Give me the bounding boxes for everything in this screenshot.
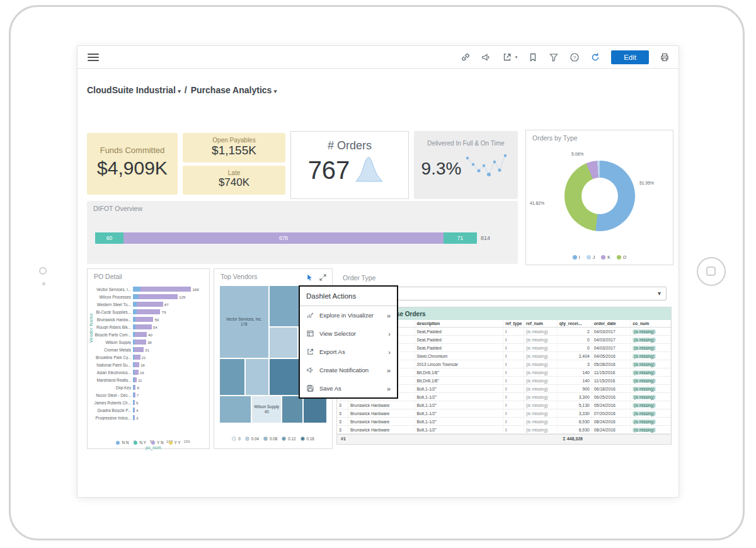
- po-bar-row[interactable]: Marshland Realty...11: [94, 376, 207, 384]
- pointer-cursor-icon[interactable]: [306, 273, 314, 284]
- chevron-down-icon: ▾: [176, 88, 181, 94]
- x-axis-label: po_num: [146, 445, 161, 450]
- bookmark-icon[interactable]: [528, 52, 538, 62]
- table-cell: I: [503, 385, 524, 393]
- treemap-block[interactable]: [219, 358, 245, 396]
- table-cell: (is missing): [524, 368, 558, 377]
- table-cell: (is missing): [631, 377, 671, 385]
- treemap-block[interactable]: Vector Services, Inc.178: [219, 285, 269, 358]
- po-bar-row[interactable]: Bicycle Parts Com...40: [94, 331, 207, 338]
- table-cell: I: [503, 344, 524, 352]
- breadcrumb-page[interactable]: Purchase Analytics ▾: [191, 85, 277, 95]
- card-title: Orders by Type: [532, 134, 578, 142]
- edit-button[interactable]: Edit: [611, 50, 649, 64]
- menu-item-label: Create Notification: [319, 367, 382, 374]
- treemap-block[interactable]: [282, 396, 303, 423]
- chevron-right-icon: »: [387, 367, 391, 374]
- table-cell: (is missing): [631, 426, 671, 434]
- breadcrumb-site[interactable]: CloudSuite Industrial ▾: [87, 85, 181, 95]
- legend-item: Y N: [151, 440, 164, 445]
- legend-item: O: [617, 255, 626, 260]
- table-cell: Seat,Padded: [415, 328, 503, 336]
- menu-item-export-as[interactable]: Export As›: [300, 343, 397, 361]
- table-row[interactable]: 3Brunswick HardwareBolt,1-1/2"I(is missi…: [337, 409, 671, 418]
- svg-text:?: ?: [573, 55, 576, 60]
- column-header[interactable]: description: [415, 320, 503, 328]
- help-icon[interactable]: ?: [570, 52, 580, 62]
- column-header[interactable]: ref_num: [524, 320, 558, 328]
- menu-item-create-notification[interactable]: Create Notification»: [300, 361, 397, 379]
- po-bar-row[interactable]: Rough Riders Bik...54: [94, 323, 207, 331]
- treemap-block[interactable]: [245, 358, 269, 396]
- menu-item-view-selector[interactable]: View Selector›: [300, 324, 397, 343]
- table-cell: 11/15/2016: [592, 368, 631, 377]
- po-bar-row[interactable]: Brookline Park Cy...21: [94, 353, 207, 361]
- po-bar-row[interactable]: Digi-Key8: [94, 384, 207, 391]
- link-icon[interactable]: [461, 52, 471, 62]
- megaphone-icon[interactable]: [481, 52, 491, 62]
- po-bar-row[interactable]: Nucor Steel - Dec...7: [94, 391, 207, 399]
- po-bar-row[interactable]: National Paint Su...18: [94, 361, 207, 368]
- table-cell: (is missing): [631, 385, 671, 393]
- table-cell: (is missing): [631, 336, 671, 344]
- treemap-block[interactable]: [269, 358, 299, 396]
- po-bar-row[interactable]: James Roberts Ch...5: [94, 399, 207, 406]
- column-header[interactable]: ref_type: [503, 320, 524, 328]
- table-cell: Seat,Padded: [415, 336, 503, 344]
- print-icon[interactable]: [660, 52, 670, 62]
- orders-by-type-donut[interactable]: [564, 161, 635, 231]
- kpi-difot-card: Delivered In Full & On Time 9.3%: [414, 131, 518, 199]
- treemap-block[interactable]: [303, 396, 327, 423]
- export-icon[interactable]: [502, 52, 512, 62]
- po-bar-row[interactable]: Brunswick Hardw...59: [94, 316, 207, 323]
- po-bar-row[interactable]: Wilcox Processes129: [94, 293, 207, 300]
- dashlet-actions-menu: Dashlet Actions Explore in Visualizer»Vi…: [299, 285, 398, 399]
- table-cell: Bit,Drill,1/8": [415, 377, 503, 385]
- column-header[interactable]: qty_recei...: [557, 320, 592, 328]
- kpi-funds-committed: Funds Committed $4,909K: [87, 133, 178, 195]
- table-row[interactable]: 3Brunswick HardwareBolt,1-1/2"I(is missi…: [337, 418, 671, 426]
- po-bar-row[interactable]: Vector Services, I...168: [94, 285, 207, 293]
- hamburger-menu-icon[interactable]: [88, 54, 99, 63]
- dashlet-menu-items: Explore in Visualizer»View Selector›Expo…: [300, 306, 397, 397]
- treemap-block[interactable]: [269, 285, 301, 327]
- column-header[interactable]: co_num: [631, 320, 671, 328]
- po-bar-row[interactable]: Cromax Metals31: [94, 346, 207, 353]
- table-cell: 0: [557, 336, 592, 344]
- table-cell: Bolt,1-1/2": [415, 393, 503, 401]
- sensor-dot: [42, 282, 45, 285]
- po-bar-row[interactable]: Progressive Indus...3: [94, 414, 207, 421]
- table-cell: I: [503, 336, 524, 344]
- difot-bar-segment[interactable]: 60: [95, 232, 123, 244]
- table-row[interactable]: 3Brunswick HardwareBolt,1-1/2"I(is missi…: [337, 401, 671, 409]
- po-bar-row[interactable]: Western Steel Tu...87: [94, 300, 207, 308]
- expand-icon[interactable]: [319, 273, 327, 284]
- table-row[interactable]: 3Brunswick HardwareBolt,1-1/2"I(is missi…: [337, 426, 671, 434]
- table-cell: (is missing): [524, 328, 558, 336]
- column-header[interactable]: order_date: [592, 320, 631, 328]
- home-button[interactable]: [697, 257, 726, 286]
- filter-icon[interactable]: [549, 52, 559, 62]
- treemap-block[interactable]: [269, 327, 298, 358]
- menu-item-explore-in-visualizer[interactable]: Explore in Visualizer»: [300, 306, 397, 324]
- refresh-icon[interactable]: [590, 52, 600, 62]
- table-cell: (is missing): [524, 360, 558, 368]
- difot-bar-segment[interactable]: 678: [123, 232, 444, 244]
- treemap-block[interactable]: [219, 396, 251, 423]
- export-as-icon: [306, 348, 314, 356]
- legend-item: J: [587, 255, 595, 260]
- card-title: Order Type: [343, 274, 375, 282]
- po-bar-row[interactable]: Asian Electronics...16: [94, 368, 207, 376]
- menu-item-save-as[interactable]: Save As»: [300, 379, 397, 397]
- po-bar-row[interactable]: Wilson Supply38: [94, 338, 207, 346]
- table-cell: I: [503, 393, 524, 401]
- save-as-icon: [306, 384, 314, 392]
- po-bar-row[interactable]: Quadra Bicycle P...4: [94, 406, 207, 414]
- po-bar-row[interactable]: Bi-Cycle Supplies...79: [94, 308, 207, 316]
- difot-bar-segment[interactable]: 71: [444, 232, 477, 244]
- table-cell: (is missing): [631, 393, 671, 401]
- table-cell: Bolt,1-1/2": [415, 426, 503, 434]
- legend-item: Y Y: [169, 440, 181, 445]
- treemap-block[interactable]: Wilson Supply40: [251, 396, 282, 423]
- table-cell: 3,300: [557, 393, 592, 401]
